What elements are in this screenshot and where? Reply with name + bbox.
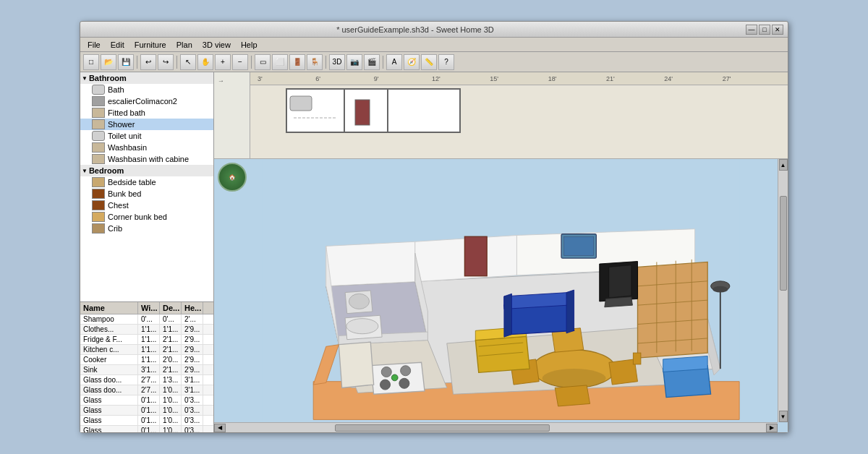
item-crib[interactable]: Crib	[80, 223, 213, 234]
cell-name: Kitchen c...	[80, 345, 138, 354]
table-row[interactable]: Glass 0'1... 1'0... 0'3...	[80, 395, 213, 406]
svg-point-58	[380, 380, 390, 390]
item-chest[interactable]: Chest	[80, 200, 213, 211]
ruler-marks-container: 3' 6' 9' 12' 15' 18' 21' 24' 27'	[250, 75, 788, 82]
table-row[interactable]: Shampoo 0'... 0'... 2'...	[80, 314, 213, 325]
menu-3dview[interactable]: 3D view	[198, 39, 235, 51]
table-row[interactable]: Kitchen c... 1'1... 2'1... 2'9...	[80, 345, 213, 355]
zoom-out-button[interactable]: −	[232, 54, 248, 70]
table-row[interactable]: Glass 0'1... 1'0... 0'3...	[80, 426, 213, 432]
item-bedsidetable[interactable]: Bedside table	[80, 176, 213, 188]
item-cornerbunkbed[interactable]: Corner bunk bed	[80, 211, 213, 223]
menu-edit[interactable]: Edit	[106, 39, 129, 51]
table-row[interactable]: Glass 0'1... 1'0... 0'3...	[80, 416, 213, 426]
svg-point-56	[381, 367, 391, 377]
item-toilet[interactable]: Toilet unit	[80, 130, 213, 142]
table-row[interactable]: Clothes... 1'1... 1'1... 2'9...	[80, 325, 213, 335]
redo-button[interactable]: ↪	[158, 54, 174, 70]
help-button[interactable]: ?	[438, 54, 454, 70]
item-washbasincabinet[interactable]: Washbasin with cabine	[80, 153, 213, 165]
scroll-right-btn[interactable]: ▶	[766, 424, 778, 432]
item-fittedbath[interactable]: Fitted bath	[80, 107, 213, 119]
table-row[interactable]: Cooker 1'1... 2'0... 2'9...	[80, 355, 213, 365]
item-bunkbed-label: Bunk bed	[108, 189, 141, 198]
table-row[interactable]: Fridge & F... 1'1... 2'1... 2'9...	[80, 335, 213, 345]
close-button[interactable]: ✕	[772, 25, 783, 35]
col-height: He...	[182, 302, 203, 314]
item-washbasin[interactable]: Washbasin	[80, 142, 213, 153]
item-bath[interactable]: Bath	[80, 84, 213, 95]
furniture-table[interactable]: Name Wi... De... He... Shampoo 0'... 0'.…	[80, 302, 213, 432]
cell-height: 0'3...	[182, 416, 203, 425]
ruler-button[interactable]: 📏	[421, 54, 437, 70]
furniture-tree[interactable]: ▼ Bathroom Bath escalierColimacon2 Fitte…	[80, 72, 213, 302]
undo-button[interactable]: ↩	[140, 54, 156, 70]
svg-point-54	[712, 286, 728, 293]
item-fittedbath-label: Fitted bath	[108, 108, 145, 117]
zoom-in-button[interactable]: +	[215, 54, 231, 70]
crib-icon	[92, 223, 105, 234]
v-scrollbar[interactable]: ▲ ▼	[778, 159, 788, 422]
save-button[interactable]: 💾	[118, 54, 134, 70]
text-button[interactable]: A	[386, 54, 402, 70]
room-button[interactable]: ⬜	[272, 54, 288, 70]
scroll-up-btn[interactable]: ▲	[779, 159, 788, 171]
cell-depth: 0'...	[160, 314, 182, 324]
cell-depth: 2'1...	[160, 345, 182, 354]
3d-button[interactable]: 3D	[329, 54, 345, 70]
item-shower[interactable]: Shower	[80, 119, 213, 130]
menu-plan[interactable]: Plan	[172, 39, 197, 51]
category-bathroom-label: Bathroom	[89, 74, 127, 82]
wall-button[interactable]: ▭	[255, 54, 271, 70]
col-name: Name	[80, 302, 138, 314]
maximize-button[interactable]: □	[759, 25, 770, 35]
video-button[interactable]: 🎬	[364, 54, 380, 70]
category-bedroom[interactable]: ▼ Bedroom	[80, 165, 213, 176]
scroll-down-btn[interactable]: ▼	[779, 411, 788, 422]
v-scrollbar-thumb[interactable]	[780, 196, 787, 291]
top-plan-area: ↑ 3' 6' 9' 12' 15' 18' 21' 24'	[214, 72, 788, 159]
mini-plan: 46.88 sq ft	[250, 85, 788, 158]
mini-plan-svg	[250, 85, 788, 158]
table-row[interactable]: Glass 0'1... 1'0... 0'3...	[80, 406, 213, 416]
category-bedroom-label: Bedroom	[89, 166, 124, 175]
plan-overview[interactable]: 3' 6' 9' 12' 15' 18' 21' 24' 27'	[250, 72, 788, 158]
cell-name: Glass	[80, 395, 138, 405]
bath-icon	[92, 85, 105, 95]
svg-marker-61	[339, 342, 373, 387]
door-button[interactable]: 🚪	[289, 54, 305, 70]
open-button[interactable]: 📂	[101, 54, 116, 70]
menu-help[interactable]: Help	[237, 39, 262, 51]
toilet-icon	[92, 131, 105, 141]
cell-name: Glass	[80, 406, 138, 415]
table-row[interactable]: Sink 3'1... 2'1... 2'9...	[80, 365, 213, 375]
menu-file[interactable]: File	[83, 39, 105, 51]
table-row[interactable]: Glass doo... 2'7... 1'3... 3'1...	[80, 375, 213, 385]
col-depth: De...	[160, 302, 182, 314]
cell-depth: 1'0...	[160, 395, 182, 405]
category-bathroom[interactable]: ▼ Bathroom	[80, 72, 213, 84]
compass-button[interactable]: 🧭	[404, 54, 420, 70]
svg-marker-41	[555, 385, 590, 406]
item-escalier[interactable]: escalierColimacon2	[80, 95, 213, 107]
ruler-mark-21: 21'	[606, 75, 664, 82]
minimize-button[interactable]: —	[746, 25, 757, 35]
cell-height: 2'9...	[182, 365, 203, 374]
cell-depth: 1'0...	[160, 426, 182, 432]
cell-width: 1'1...	[138, 355, 160, 364]
scroll-left-btn[interactable]: ◀	[214, 424, 226, 432]
cell-width: 2'7...	[138, 385, 160, 395]
select-button[interactable]: ↖	[180, 54, 196, 70]
ruler-left-label: ↑	[218, 80, 225, 83]
furniture-button[interactable]: 🪑	[307, 54, 323, 70]
h-scrollbar-thumb[interactable]	[335, 424, 550, 432]
h-scrollbar[interactable]: ◀ ▶	[214, 422, 778, 432]
3d-view[interactable]: 🏠 SOFTPEDIA	[214, 159, 788, 432]
menu-furniture[interactable]: Furniture	[130, 39, 171, 51]
item-bunkbed[interactable]: Bunk bed	[80, 188, 213, 200]
cell-depth: 1'0...	[160, 406, 182, 415]
table-row[interactable]: Glass doo... 2'7... 1'0... 3'1...	[80, 385, 213, 395]
photo-button[interactable]: 📷	[346, 54, 362, 70]
pan-button[interactable]: ✋	[197, 54, 213, 70]
new-button[interactable]: □	[83, 54, 99, 70]
